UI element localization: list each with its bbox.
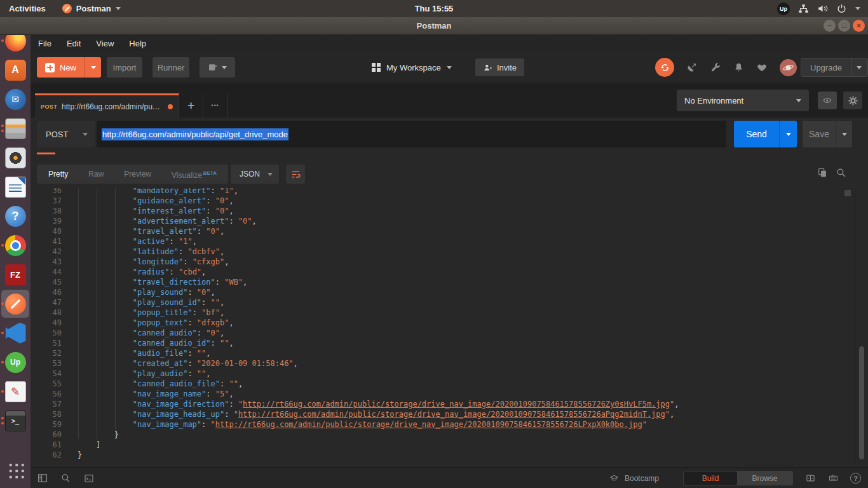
response-url-link[interactable]: http://rt66ug.com/admin/public/storage/d… [238,410,665,419]
line-number: 58 [31,409,62,419]
line-content: "latitude": "dcbfv", [78,247,224,257]
response-url-link[interactable]: http://rt66ug.com/admin/public/storage/d… [243,400,670,409]
dock-item-terminal[interactable]: >_ [0,406,31,435]
new-tab-button[interactable]: + [179,93,203,118]
menu-file[interactable]: File [38,39,51,48]
system-top-bar: Activities Postman Thu 15:55 Up [0,0,868,17]
running-indicator [1,302,4,305]
runner-button[interactable]: Runner [153,57,189,78]
json-key: "canned_audio" [133,329,197,337]
json-key: "nav_image_name" [133,390,207,398]
dock-item-thunderbird[interactable]: ✉ [0,85,31,114]
line-number: 43 [31,257,62,267]
dock-item-vscode[interactable] [0,318,31,348]
minimize-button[interactable]: − [824,20,836,32]
scrollbar-thumb[interactable] [859,346,864,459]
invite-button[interactable]: Invite [475,58,524,76]
language-selector[interactable]: JSON [231,165,279,184]
save-dropdown-button[interactable] [836,121,852,147]
new-dropdown-button[interactable] [85,57,101,78]
volume-icon[interactable] [817,3,828,14]
power-icon[interactable] [836,3,847,14]
dock-item-filezilla[interactable]: FZ [0,260,31,289]
environment-preview-button[interactable] [818,92,837,109]
system-clock[interactable]: Thu 15:55 [0,4,868,13]
upwork-tray-icon[interactable]: Up [777,3,790,15]
chevron-down-icon[interactable] [855,7,860,10]
menu-edit[interactable]: Edit [67,39,81,48]
running-indicator [1,332,4,334]
find-icon[interactable] [60,473,71,484]
close-button[interactable]: × [853,20,865,32]
heart-icon[interactable] [756,62,768,73]
response-tab-raw[interactable]: Raw [78,165,114,184]
line-content: "nav_image_name": "5", [78,389,234,399]
workspace-label: My Workspace [386,63,441,72]
sidebar-toggle-icon[interactable] [37,473,48,484]
upgrade-dropdown-button[interactable] [851,58,867,76]
window-title: Postman [0,17,868,35]
chevron-down-icon [83,133,88,136]
dock-item-okular[interactable]: ✎ [0,377,31,406]
request-tab[interactable]: POST http://rt66ug.com/admin/publ... [35,93,179,118]
dock-item-libreoffice-writer[interactable] [0,172,31,201]
browse-tab[interactable]: Browse [737,471,792,485]
dock-item-chrome[interactable] [0,231,31,260]
bell-icon[interactable] [733,62,744,73]
terminal-icon: >_ [5,410,26,431]
new-button[interactable]: New [37,57,101,78]
dock-item-show-applications[interactable] [0,455,31,484]
line-content: "canned_audio_file": "", [78,379,243,389]
satellite-icon[interactable] [686,62,698,73]
wrap-text-button[interactable] [286,165,305,184]
dock-item-upwork[interactable]: Up [0,348,31,377]
response-tab-preview[interactable]: Preview [114,165,161,184]
response-tab-pretty[interactable]: Pretty [38,165,78,184]
send-dropdown-button[interactable] [779,121,797,147]
dock-item-file-cabinet[interactable] [0,114,31,143]
tab-options-button[interactable]: ••• [203,93,227,118]
wrench-icon[interactable] [710,62,721,73]
running-indicator [1,125,4,127]
environment-settings-button[interactable] [843,92,862,109]
build-tab[interactable]: Build [684,471,737,485]
method-selector[interactable]: POST [37,121,95,147]
response-url-link[interactable]: http://rt66ug.com/admin/public/storage/d… [215,420,642,429]
colon: : [201,298,210,307]
scrollbar-top-thumb[interactable] [844,190,851,196]
window-title-bar[interactable]: Postman − □ × [0,17,868,35]
unsaved-dot [168,104,173,109]
import-label: Import [113,63,137,72]
menu-help[interactable]: Help [129,39,146,48]
url-input[interactable]: http://rt66ug.com/admin/public/api/get_d… [97,121,726,147]
send-button[interactable]: Send [734,121,797,147]
response-body[interactable]: 36 "mandatory_alert": "1",37 "guidance_a… [31,188,868,467]
save-button[interactable]: Save [803,121,852,147]
keyboard-icon[interactable] [827,473,839,483]
dock-item-postman[interactable] [0,289,31,318]
avatar[interactable] [780,59,797,76]
colon: : [179,247,187,256]
dock-item-ubuntu-software[interactable]: A [0,55,31,85]
maximize-button[interactable]: □ [838,20,850,32]
dock-item-rhythmbox[interactable] [0,143,31,172]
comma: , [229,196,233,205]
dock-item-help[interactable]: ? [0,201,31,231]
workspace-switcher[interactable]: My Workspace [372,57,452,78]
two-pane-icon[interactable] [804,473,817,483]
help-button[interactable]: ? [850,473,861,484]
network-icon[interactable] [798,3,809,14]
response-tab-visualize[interactable]: VisualizeBETA [161,164,227,185]
search-icon[interactable] [836,167,846,178]
menu-view[interactable]: View [96,39,114,48]
sync-status-button[interactable] [655,58,674,77]
copy-icon[interactable] [817,167,827,178]
upgrade-button[interactable]: Upgrade [801,58,868,77]
line-number: 39 [31,216,62,226]
new-window-button[interactable] [200,57,235,78]
console-icon[interactable] [83,473,95,484]
import-button[interactable]: Import [107,57,142,78]
environment-selector[interactable]: No Environment [677,90,809,111]
bootcamp-label: Bootcamp [625,474,659,483]
bootcamp-button[interactable]: Bootcamp [609,468,659,488]
